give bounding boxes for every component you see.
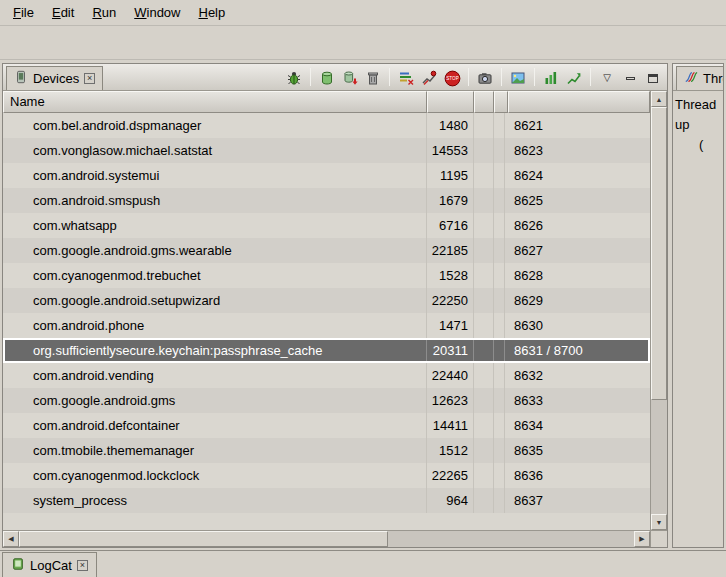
cell-pid: 22440: [427, 363, 474, 388]
horizontal-scroll-track[interactable]: [19, 531, 634, 547]
threads-message-line2: (: [699, 135, 721, 155]
cell-pid: 1528: [427, 263, 474, 288]
cell-empty-2: [494, 438, 505, 463]
cell-process-name: com.tmobile.thememanager: [3, 438, 427, 463]
table-row[interactable]: com.cyanogenmod.lockclock 22265 8636: [3, 463, 650, 488]
main-area: Devices ×: [0, 60, 726, 550]
toolbar-separator: [501, 68, 502, 86]
cell-process-name: org.sufficientlysecure.keychain:passphra…: [3, 338, 427, 363]
cell-empty-2: [494, 463, 505, 488]
cell-process-name: com.google.android.setupwizard: [3, 288, 427, 313]
cell-empty-2: [494, 113, 505, 138]
cell-empty-2: [494, 388, 505, 413]
table-row[interactable]: com.google.android.gms.wearable 22185 86…: [3, 238, 650, 263]
table-row[interactable]: com.android.systemui 1195 8624: [3, 163, 650, 188]
tab-devices[interactable]: Devices ×: [6, 66, 103, 90]
screen-capture-icon[interactable]: [475, 68, 495, 88]
table-row[interactable]: system_process 964 8637: [3, 488, 650, 513]
table-row[interactable]: com.cyanogenmod.trebuchet 1528 8628: [3, 263, 650, 288]
cell-empty-1: [474, 288, 494, 313]
column-headers: Name: [3, 91, 650, 113]
cell-empty-2: [494, 238, 505, 263]
cell-empty-2: [494, 363, 505, 388]
column-header-pid[interactable]: [427, 91, 474, 113]
menu-file[interactable]: File: [4, 2, 43, 23]
cell-port: 8627: [505, 238, 650, 263]
stop-process-icon[interactable]: STOP: [442, 68, 462, 88]
column-header-3[interactable]: [474, 91, 494, 113]
dump-hprof-icon[interactable]: [340, 68, 360, 88]
toolbar-separator: [389, 68, 390, 86]
table-row[interactable]: com.android.vending 22440 8632: [3, 363, 650, 388]
table-row[interactable]: com.bel.android.dspmanager 1480 8621: [3, 113, 650, 138]
menu-run[interactable]: Run: [83, 2, 125, 23]
cell-empty-2: [494, 313, 505, 338]
cell-empty-1: [474, 363, 494, 388]
update-threads-icon[interactable]: [396, 68, 416, 88]
cell-process-name: com.cyanogenmod.lockclock: [3, 463, 427, 488]
scrollbar-corner: [650, 530, 667, 547]
cell-process-name: com.android.smspush: [3, 188, 427, 213]
view-menu-icon[interactable]: ▽: [597, 68, 617, 88]
menu-edit[interactable]: Edit: [43, 2, 83, 23]
cell-pid: 20311: [427, 338, 474, 363]
cell-port: 8630: [505, 313, 650, 338]
table-row[interactable]: com.tmobile.thememanager 1512 8635: [3, 438, 650, 463]
sysinfo-graph-icon[interactable]: [564, 68, 584, 88]
close-icon[interactable]: ×: [84, 73, 95, 84]
cell-pid: 964: [427, 488, 474, 513]
table-row[interactable]: com.google.android.gms 12623 8633: [3, 388, 650, 413]
minimize-icon[interactable]: [620, 68, 640, 88]
maximize-icon[interactable]: [643, 68, 663, 88]
vertical-scrollbar[interactable]: ▲ ▼: [650, 91, 667, 530]
table-row[interactable]: com.android.smspush 1679 8625: [3, 188, 650, 213]
table-row[interactable]: com.vonglasow.michael.satstat 14553 8623: [3, 138, 650, 163]
table-row[interactable]: com.whatsapp 6716 8626: [3, 213, 650, 238]
scroll-right-icon[interactable]: ▶: [634, 531, 650, 547]
cell-pid: 22265: [427, 463, 474, 488]
table-row[interactable]: org.sufficientlysecure.keychain:passphra…: [3, 338, 650, 363]
menu-window[interactable]: Window: [125, 2, 189, 23]
cell-port: 8629: [505, 288, 650, 313]
table-row[interactable]: com.android.phone 1471 8630: [3, 313, 650, 338]
table-row[interactable]: com.google.android.setupwizard 22250 862…: [3, 288, 650, 313]
cell-process-name: com.android.systemui: [3, 163, 427, 188]
column-header-4[interactable]: [494, 91, 508, 113]
vertical-scroll-track[interactable]: [651, 107, 667, 514]
debug-process-icon[interactable]: [284, 68, 304, 88]
start-method-profiling-icon[interactable]: [419, 68, 439, 88]
update-heap-icon[interactable]: [317, 68, 337, 88]
cell-empty-2: [494, 188, 505, 213]
cell-pid: 12623: [427, 388, 474, 413]
column-header-port[interactable]: [508, 91, 650, 113]
close-icon[interactable]: ×: [77, 560, 88, 571]
horizontal-scrollbar[interactable]: ◀ ▶: [3, 530, 650, 547]
column-header-name[interactable]: Name: [3, 91, 427, 113]
toolbar-separator: [590, 68, 591, 86]
scroll-left-icon[interactable]: ◀: [3, 531, 19, 547]
tab-logcat[interactable]: LogCat ×: [2, 552, 97, 577]
devices-panel: Devices ×: [2, 63, 668, 548]
screen-record-icon[interactable]: [508, 68, 528, 88]
cell-port: 8621: [505, 113, 650, 138]
scroll-down-icon[interactable]: ▼: [651, 514, 667, 530]
threads-message-line1: Thread up: [675, 95, 721, 135]
cell-pid: 14553: [427, 138, 474, 163]
horizontal-scroll-thumb[interactable]: [19, 531, 388, 547]
cause-gc-icon[interactable]: [363, 68, 383, 88]
tab-logcat-label: LogCat: [30, 558, 72, 573]
scroll-up-icon[interactable]: ▲: [651, 91, 667, 107]
cell-empty-1: [474, 213, 494, 238]
cell-port: 8636: [505, 463, 650, 488]
table-row[interactable]: com.android.defcontainer 14411 8634: [3, 413, 650, 438]
tab-threads[interactable]: Threads ×: [676, 66, 724, 90]
cell-port: 8623: [505, 138, 650, 163]
cell-pid: 1480: [427, 113, 474, 138]
tab-threads-label: Threads: [703, 71, 724, 86]
cell-empty-1: [474, 438, 494, 463]
menu-help[interactable]: Help: [189, 2, 234, 23]
sysinfo-bars-icon[interactable]: [541, 68, 561, 88]
cell-port: 8632: [505, 363, 650, 388]
vertical-scroll-thumb[interactable]: [651, 107, 667, 400]
cell-pid: 22185: [427, 238, 474, 263]
